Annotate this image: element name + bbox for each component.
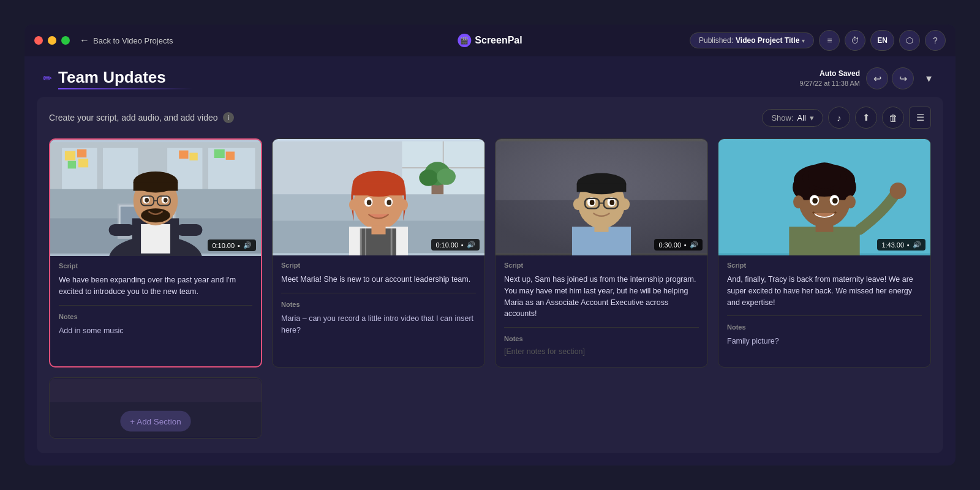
svg-rect-66 xyxy=(577,184,627,192)
card-1-person-svg xyxy=(50,140,261,256)
card-5-partial[interactable]: + Add Section xyxy=(49,377,262,439)
chevron-down-icon: ▾ xyxy=(802,37,805,44)
edit-icon: ✏ xyxy=(43,72,52,85)
card-1-notes-text[interactable]: Add in some music xyxy=(59,325,252,337)
card-2-script-text[interactable]: Meet Maria! She is new to our account le… xyxy=(281,274,476,285)
svg-rect-23 xyxy=(134,182,178,190)
svg-point-51 xyxy=(367,200,372,205)
card-1-script-label: Script xyxy=(59,262,252,270)
published-label: Published: xyxy=(699,36,733,45)
svg-rect-58 xyxy=(371,225,385,234)
card-1-script-text[interactable]: We have been expanding over the past yea… xyxy=(59,274,252,298)
lang-label: EN xyxy=(877,36,888,45)
card-1-duration-badge: 0:10.00 ▪ 🔊 xyxy=(208,239,256,251)
card-3-volume-icon: 🔊 xyxy=(690,241,698,249)
svg-point-71 xyxy=(590,200,595,205)
svg-point-85 xyxy=(808,162,841,188)
card-1-volume-icon: 🔊 xyxy=(243,241,252,249)
card-2-notes-text[interactable]: Maria – can you record a little intro vi… xyxy=(281,313,476,336)
maximize-button[interactable] xyxy=(61,36,70,45)
svg-rect-12 xyxy=(214,149,225,158)
card-3-notes-label: Notes xyxy=(504,335,699,342)
card-4-script-label: Script xyxy=(727,262,922,269)
close-button[interactable] xyxy=(34,36,43,45)
page-header: ✏ Team Updates Auto Saved 9/27/22 at 11:… xyxy=(24,56,956,97)
titlebar-right: Published: Video Project Title ▾ ≡ ⏱ EN … xyxy=(690,30,946,51)
layers-button[interactable]: ⬡ xyxy=(899,30,920,51)
history-button[interactable]: ⏱ xyxy=(845,30,865,51)
page-title-area: ✏ Team Updates xyxy=(43,68,193,89)
card-1[interactable]: 0:10.00 ▪ 🔊 Script We have been expandin… xyxy=(49,138,262,368)
card-2-body: Script Meet Maria! She is new to our acc… xyxy=(273,255,484,367)
card-3-divider xyxy=(504,327,699,328)
card-4-duration: 1:43.00 xyxy=(881,241,904,249)
card-4-volume-icon: 🔊 xyxy=(913,241,921,249)
card-3-thumbnail: 0:30.00 ▪ 🔊 xyxy=(496,139,707,255)
header-right: Auto Saved 9/27/22 at 11:38 AM ↩ ↪ ▾ xyxy=(800,67,937,89)
card-4-script-text[interactable]: And, finally, Tracy is back from materni… xyxy=(727,274,922,308)
help-button[interactable]: ? xyxy=(925,30,946,51)
card-2-notes-label: Notes xyxy=(281,301,476,308)
card-1-resolution-icon: ▪ xyxy=(238,242,240,249)
back-label: Back to Video Projects xyxy=(93,36,173,45)
card-3-person-svg xyxy=(496,139,707,255)
card-4-body: Script And, finally, Tracy is back from … xyxy=(718,255,930,367)
svg-rect-6 xyxy=(65,151,75,160)
svg-point-68 xyxy=(620,198,630,210)
card-3[interactable]: 0:30.00 ▪ 🔊 Script Next up, Sam has join… xyxy=(495,138,708,368)
svg-point-72 xyxy=(609,200,614,205)
card-4-resolution-icon: ▪ xyxy=(907,241,910,249)
export-button[interactable]: ⬆ xyxy=(855,107,877,129)
svg-point-28 xyxy=(164,198,168,203)
card-3-duration: 0:30.00 xyxy=(658,241,681,249)
published-badge[interactable]: Published: Video Project Title ▾ xyxy=(690,32,814,48)
language-button[interactable]: EN xyxy=(870,30,894,51)
card-5-partial-svg: + Add Section xyxy=(50,378,262,438)
info-icon[interactable]: i xyxy=(223,112,234,123)
card-2-resolution-icon: ▪ xyxy=(461,241,464,249)
main-panel: Create your script, add audio, and add v… xyxy=(37,97,943,453)
redo-button[interactable]: ↪ xyxy=(892,67,914,89)
minimize-button[interactable] xyxy=(48,36,56,45)
card-4-notes-label: Notes xyxy=(727,323,922,331)
card-2-volume-icon: 🔊 xyxy=(467,241,475,249)
page-title: Team Updates xyxy=(58,68,193,87)
captions-button[interactable]: ≡ xyxy=(819,30,840,51)
card-4-notes-text[interactable]: Family picture? xyxy=(727,336,922,347)
svg-point-47 xyxy=(349,199,358,211)
content-area: ✏ Team Updates Auto Saved 9/27/22 at 11:… xyxy=(24,56,956,466)
svg-rect-10 xyxy=(179,151,188,159)
svg-rect-33 xyxy=(176,224,202,236)
card-4-person-svg xyxy=(718,139,930,255)
card-3-body: Script Next up, Sam has joined us from t… xyxy=(496,255,707,367)
card-2-duration-badge: 0:10.00 ▪ 🔊 xyxy=(431,239,480,251)
card-2-duration: 0:10.00 xyxy=(435,241,458,249)
card-1-divider xyxy=(59,305,252,306)
card-4[interactable]: 1:43.00 ▪ 🔊 Script And, finally, Tracy i… xyxy=(718,138,931,368)
title-underline xyxy=(58,88,193,89)
traffic-lights xyxy=(34,36,70,45)
card-4-thumbnail: 1:43.00 ▪ 🔊 xyxy=(718,139,930,255)
more-options-button[interactable]: ▾ xyxy=(920,70,937,87)
delete-button[interactable]: 🗑 xyxy=(882,107,904,129)
auto-saved-time: 9/27/22 at 11:38 AM xyxy=(800,80,860,87)
svg-rect-32 xyxy=(109,224,135,236)
undo-button[interactable]: ↩ xyxy=(866,67,888,89)
svg-rect-8 xyxy=(68,161,76,168)
auto-saved-label: Auto Saved xyxy=(820,69,860,78)
instruction-text: Create your script, add audio, and add v… xyxy=(49,113,218,123)
back-button[interactable]: ← Back to Video Projects xyxy=(80,35,173,46)
music-button[interactable]: ♪ xyxy=(828,107,850,129)
card-2[interactable]: 0:10.00 ▪ 🔊 Script Meet Maria! She is ne… xyxy=(272,138,485,368)
card-1-notes-label: Notes xyxy=(59,313,252,320)
svg-point-52 xyxy=(386,200,391,205)
card-2-thumbnail: 0:10.00 ▪ 🔊 xyxy=(273,139,484,255)
svg-rect-13 xyxy=(226,152,235,160)
card-3-script-text[interactable]: Next up, Sam has joined us from the inte… xyxy=(504,274,699,320)
show-filter-dropdown[interactable]: Show: All ▾ xyxy=(762,109,823,127)
svg-point-48 xyxy=(399,199,408,211)
logo-icon: 🎬 xyxy=(458,34,471,47)
card-3-notes-placeholder[interactable]: [Enter notes for section] xyxy=(504,347,699,356)
list-view-button[interactable]: ☰ xyxy=(909,107,931,129)
svg-point-87 xyxy=(845,195,856,208)
